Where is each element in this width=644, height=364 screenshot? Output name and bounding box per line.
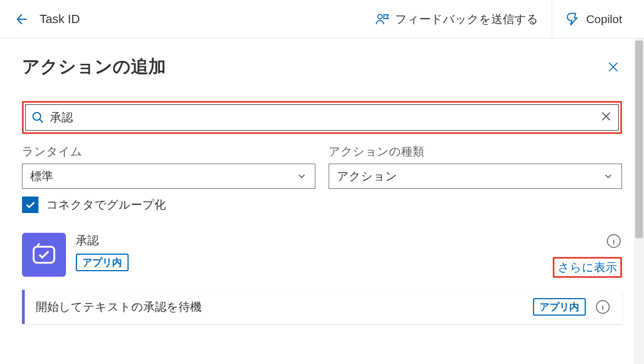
- show-more-link[interactable]: さらに表示: [558, 261, 617, 273]
- close-icon: [606, 60, 620, 74]
- action-type-filter: アクションの種類 アクション: [329, 144, 622, 189]
- feedback-button[interactable]: フィードバックを送信する: [361, 0, 552, 38]
- copilot-label: Copilot: [586, 13, 622, 26]
- connector-icon-tile[interactable]: [22, 233, 66, 277]
- connector-name: 承認: [76, 233, 543, 248]
- content-header: アクションの追加: [22, 55, 622, 79]
- scrollbar-track[interactable]: [634, 38, 644, 364]
- svg-point-0: [377, 14, 382, 19]
- group-by-connector-row: コネクタでグループ化: [22, 197, 622, 213]
- action-item[interactable]: 開始してテキストの承認を待機 アプリ内: [22, 290, 622, 324]
- panel-title: アクションの追加: [22, 55, 166, 79]
- top-bar: Task ID フィードバックを送信する Copilot: [0, 0, 644, 38]
- feedback-icon: [374, 12, 390, 27]
- connector-info: 承認 アプリ内: [76, 233, 543, 271]
- action-item-badge: アプリ内: [533, 298, 586, 316]
- clear-search-button[interactable]: [599, 110, 613, 125]
- arrow-left-icon: [14, 11, 30, 27]
- action-type-label: アクションの種類: [329, 144, 622, 159]
- group-checkbox[interactable]: [22, 197, 38, 213]
- search-icon: [31, 111, 45, 124]
- svg-point-1: [33, 113, 41, 120]
- runtime-filter: ランタイム 標準: [22, 144, 315, 189]
- show-more-highlight-box: さらに表示: [553, 257, 622, 278]
- feedback-label: フィードバックを送信する: [395, 12, 538, 27]
- content-area: アクションの追加 ランタイム 標準: [0, 38, 644, 364]
- info-icon: [606, 233, 621, 249]
- search-box[interactable]: [25, 104, 619, 131]
- copilot-icon: [565, 12, 581, 27]
- copilot-button[interactable]: Copilot: [552, 0, 633, 38]
- runtime-dropdown[interactable]: 標準: [22, 164, 315, 189]
- search-highlight-box: [22, 101, 622, 134]
- scrollbar-thumb[interactable]: [635, 41, 643, 238]
- connector-row: 承認 アプリ内 さらに表示: [22, 233, 622, 278]
- info-icon: [595, 299, 610, 315]
- filter-row: ランタイム 標準 アクションの種類 アクション: [22, 144, 622, 189]
- approval-icon: [30, 241, 58, 268]
- action-type-value: アクション: [337, 169, 397, 184]
- x-icon: [599, 110, 613, 123]
- connector-info-button[interactable]: [606, 233, 622, 249]
- action-item-name: 開始してテキストの承認を待機: [36, 299, 524, 315]
- close-button[interactable]: [604, 58, 622, 76]
- page-title: Task ID: [40, 12, 361, 26]
- connector-right: さらに表示: [553, 233, 622, 278]
- back-button[interactable]: [11, 8, 33, 30]
- runtime-value: 標準: [30, 169, 53, 184]
- action-type-dropdown[interactable]: アクション: [329, 164, 622, 189]
- chevron-down-icon: [296, 171, 307, 182]
- action-info-button[interactable]: [595, 299, 611, 315]
- search-input[interactable]: [50, 111, 594, 124]
- check-icon: [24, 199, 36, 211]
- runtime-label: ランタイム: [22, 144, 315, 159]
- connector-badge: アプリ内: [76, 254, 129, 271]
- top-right-actions: フィードバックを送信する Copilot: [361, 0, 633, 38]
- group-checkbox-label: コネクタでグループ化: [46, 197, 166, 212]
- chevron-down-icon: [603, 171, 614, 182]
